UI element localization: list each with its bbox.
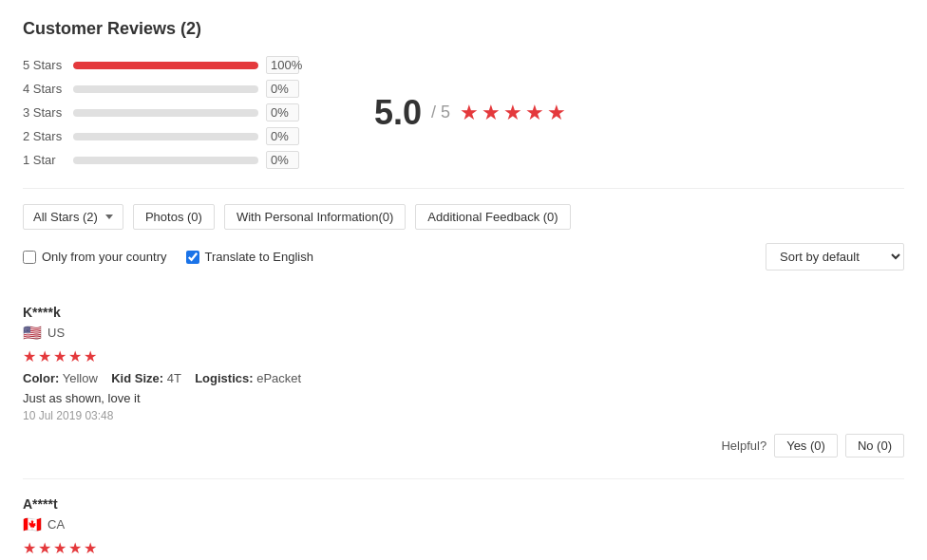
- bar-pct: 0%: [266, 151, 299, 169]
- rating-bars: 5 Stars 100% 4 Stars 0% 3 Stars 0% 2 Sta…: [23, 56, 308, 169]
- logistics-label: Logistics:: [195, 371, 253, 385]
- reviewer-country: 🇨🇦 CA: [23, 515, 904, 533]
- star-icon: ★: [525, 101, 544, 125]
- rating-row: 3 Stars 0%: [23, 103, 308, 121]
- review-star: ★: [68, 347, 82, 365]
- review-star: ★: [38, 539, 51, 557]
- star-icon: ★: [482, 101, 501, 125]
- star-icon: ★: [547, 101, 566, 125]
- options-row: Only from your country Translate to Engl…: [23, 243, 904, 271]
- reviewer-name: A****t: [23, 496, 904, 512]
- country-code: CA: [47, 517, 65, 532]
- divider-1: [23, 188, 904, 189]
- rating-row: 1 Star 0%: [23, 151, 308, 169]
- rating-row: 5 Stars 100%: [23, 56, 308, 74]
- review-item: A****t 🇨🇦 CA ★★★★★ Color: Yellow Kid Siz…: [23, 479, 904, 560]
- review-star: ★: [53, 347, 66, 365]
- all-stars-label: All Stars (2): [33, 210, 98, 224]
- personal-info-filter-button[interactable]: With Personal Information(0): [224, 204, 406, 230]
- star-icon: ★: [503, 101, 522, 125]
- kid-size-value: 4T: [167, 371, 181, 385]
- rating-row: 2 Stars 0%: [23, 127, 308, 145]
- rating-row: 4 Stars 0%: [23, 80, 308, 98]
- flag-icon: 🇨🇦: [23, 515, 42, 533]
- review-star: ★: [68, 539, 82, 557]
- rating-label: 1 Star: [23, 153, 66, 167]
- bar-pct: 100%: [266, 56, 299, 74]
- review-star: ★: [23, 539, 36, 557]
- review-meta: Color: Yellow Kid Size: 4T Logistics: eP…: [23, 371, 904, 385]
- overall-score: 5.0 / 5 ★★★★★: [374, 93, 566, 133]
- sort-select[interactable]: Sort by defaultNewestOldestHighest Ratin…: [766, 243, 904, 271]
- only-from-country-text: Only from your country: [42, 250, 167, 264]
- bar-track: [73, 109, 258, 117]
- star-icon: ★: [460, 101, 479, 125]
- bar-track: [73, 85, 258, 93]
- filter-buttons: All Stars (2) Photos (0) With Personal I…: [23, 204, 904, 230]
- review-item: K****k 🇺🇸 US ★★★★★ Color: Yellow Kid Siz…: [23, 288, 904, 479]
- color-value: Yellow: [63, 371, 98, 385]
- logistics-value: ePacket: [256, 371, 301, 385]
- reviews-list: K****k 🇺🇸 US ★★★★★ Color: Yellow Kid Siz…: [23, 288, 904, 560]
- review-star: ★: [38, 347, 51, 365]
- review-star: ★: [53, 539, 66, 557]
- chevron-down-icon: [105, 215, 113, 219]
- kid-size-label: Kid Size:: [111, 371, 163, 385]
- yes-button[interactable]: Yes (0): [774, 434, 838, 457]
- review-star: ★: [84, 347, 97, 365]
- all-stars-dropdown[interactable]: All Stars (2): [23, 204, 123, 230]
- rating-label: 3 Stars: [23, 105, 66, 120]
- translate-to-english-checkbox[interactable]: [186, 251, 199, 264]
- reviewer-name: K****k: [23, 305, 904, 320]
- review-date: 10 Jul 2019 03:48: [23, 409, 904, 422]
- score-number: 5.0: [374, 93, 422, 133]
- rating-label: 5 Stars: [23, 58, 66, 72]
- color-label: Color:: [23, 371, 59, 385]
- ratings-area: 5 Stars 100% 4 Stars 0% 3 Stars 0% 2 Sta…: [23, 56, 904, 169]
- translate-to-english-label[interactable]: Translate to English: [186, 250, 313, 264]
- review-stars: ★★★★★: [23, 539, 904, 557]
- rating-label: 2 Stars: [23, 129, 66, 143]
- review-star: ★: [23, 347, 36, 365]
- only-from-country-checkbox[interactable]: [23, 251, 36, 264]
- helpful-label: Helpful?: [721, 439, 766, 453]
- review-star: ★: [84, 539, 97, 557]
- additional-feedback-filter-button[interactable]: Additional Feedback (0): [415, 204, 570, 230]
- country-code: US: [47, 326, 65, 340]
- bar-pct: 0%: [266, 80, 299, 98]
- only-from-country-label[interactable]: Only from your country: [23, 250, 167, 264]
- review-text: Just as shown, love it: [23, 391, 904, 405]
- bar-track: [73, 62, 258, 69]
- overall-stars: ★★★★★: [460, 101, 566, 125]
- bar-pct: 0%: [266, 127, 299, 145]
- score-out-of: / 5: [431, 103, 450, 122]
- reviewer-country: 🇺🇸 US: [23, 324, 904, 342]
- translate-to-english-text: Translate to English: [205, 250, 313, 264]
- helpful-row: Helpful? Yes (0) No (0): [23, 434, 904, 461]
- review-stars: ★★★★★: [23, 347, 904, 365]
- no-button[interactable]: No (0): [845, 434, 904, 457]
- flag-icon: 🇺🇸: [23, 324, 42, 342]
- bar-pct: 0%: [266, 103, 299, 121]
- bar-track: [73, 133, 258, 140]
- bar-track: [73, 157, 258, 164]
- section-title: Customer Reviews (2): [23, 19, 904, 39]
- bar-fill: [73, 62, 258, 69]
- rating-label: 4 Stars: [23, 82, 66, 96]
- photos-filter-button[interactable]: Photos (0): [133, 204, 215, 230]
- customer-reviews-section: Customer Reviews (2) 5 Stars 100% 4 Star…: [0, 0, 927, 560]
- options-left: Only from your country Translate to Engl…: [23, 250, 313, 264]
